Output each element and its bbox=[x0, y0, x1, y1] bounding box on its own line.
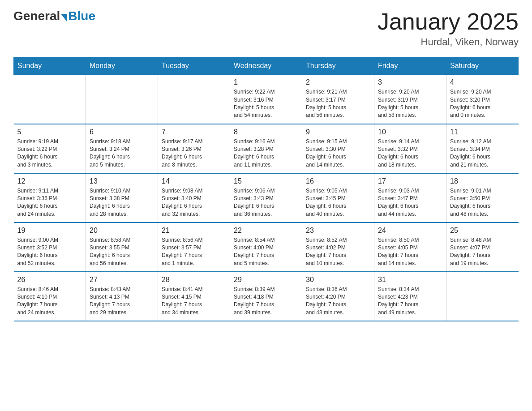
logo-general-text: General bbox=[13, 9, 60, 23]
day-info: Sunrise: 9:20 AM Sunset: 3:20 PM Dayligh… bbox=[450, 88, 515, 120]
calendar-header: SundayMondayTuesdayWednesdayThursdayFrid… bbox=[14, 57, 519, 75]
calendar-cell: 15Sunrise: 9:06 AM Sunset: 3:43 PM Dayli… bbox=[230, 173, 302, 223]
weekday-header-wednesday: Wednesday bbox=[230, 57, 302, 75]
day-info: Sunrise: 8:52 AM Sunset: 4:02 PM Dayligh… bbox=[306, 236, 370, 268]
day-number: 25 bbox=[450, 227, 515, 235]
calendar-cell: 31Sunrise: 8:34 AM Sunset: 4:23 PM Dayli… bbox=[374, 272, 446, 321]
calendar-cell bbox=[86, 75, 158, 124]
day-number: 20 bbox=[90, 227, 154, 235]
title-block: January 2025 Hurdal, Viken, Norway bbox=[378, 9, 519, 48]
day-info: Sunrise: 9:03 AM Sunset: 3:47 PM Dayligh… bbox=[378, 187, 442, 218]
day-number: 24 bbox=[378, 227, 442, 235]
day-info: Sunrise: 9:10 AM Sunset: 3:38 PM Dayligh… bbox=[90, 187, 154, 218]
day-number: 23 bbox=[306, 227, 370, 235]
logo: General Blue bbox=[13, 9, 95, 23]
weekday-header-thursday: Thursday bbox=[302, 57, 374, 75]
calendar-cell: 16Sunrise: 9:05 AM Sunset: 3:45 PM Dayli… bbox=[302, 173, 374, 223]
calendar-body: 1Sunrise: 9:22 AM Sunset: 3:16 PM Daylig… bbox=[14, 75, 519, 321]
day-info: Sunrise: 8:58 AM Sunset: 3:55 PM Dayligh… bbox=[90, 236, 154, 268]
day-info: Sunrise: 9:06 AM Sunset: 3:43 PM Dayligh… bbox=[234, 187, 298, 218]
day-info: Sunrise: 9:08 AM Sunset: 3:40 PM Dayligh… bbox=[162, 187, 226, 218]
day-number: 10 bbox=[378, 128, 442, 136]
day-number: 5 bbox=[17, 128, 82, 136]
day-number: 13 bbox=[90, 177, 154, 185]
day-info: Sunrise: 9:05 AM Sunset: 3:45 PM Dayligh… bbox=[306, 187, 370, 218]
day-number: 1 bbox=[234, 78, 298, 86]
weekday-header-saturday: Saturday bbox=[446, 57, 519, 75]
calendar-cell: 27Sunrise: 8:43 AM Sunset: 4:13 PM Dayli… bbox=[86, 272, 158, 321]
calendar-cell: 5Sunrise: 9:19 AM Sunset: 3:22 PM Daylig… bbox=[14, 124, 86, 173]
day-number: 31 bbox=[378, 276, 442, 284]
page-header: General Blue January 2025 Hurdal, Viken,… bbox=[13, 9, 519, 48]
day-info: Sunrise: 8:34 AM Sunset: 4:23 PM Dayligh… bbox=[378, 286, 442, 317]
calendar-cell: 6Sunrise: 9:18 AM Sunset: 3:24 PM Daylig… bbox=[86, 124, 158, 173]
day-info: Sunrise: 9:21 AM Sunset: 3:17 PM Dayligh… bbox=[306, 88, 370, 120]
calendar-cell: 24Sunrise: 8:50 AM Sunset: 4:05 PM Dayli… bbox=[374, 223, 446, 272]
calendar-cell: 7Sunrise: 9:17 AM Sunset: 3:26 PM Daylig… bbox=[158, 124, 230, 173]
calendar-cell: 18Sunrise: 9:01 AM Sunset: 3:50 PM Dayli… bbox=[446, 173, 519, 223]
day-info: Sunrise: 9:01 AM Sunset: 3:50 PM Dayligh… bbox=[450, 187, 515, 218]
day-number: 8 bbox=[234, 128, 298, 136]
day-number: 4 bbox=[450, 78, 515, 86]
calendar-week-4: 26Sunrise: 8:46 AM Sunset: 4:10 PM Dayli… bbox=[14, 272, 519, 321]
day-number: 19 bbox=[17, 227, 82, 235]
day-info: Sunrise: 8:54 AM Sunset: 4:00 PM Dayligh… bbox=[234, 236, 298, 268]
calendar-cell: 14Sunrise: 9:08 AM Sunset: 3:40 PM Dayli… bbox=[158, 173, 230, 223]
day-number: 27 bbox=[90, 276, 154, 284]
weekday-header-row: SundayMondayTuesdayWednesdayThursdayFrid… bbox=[14, 57, 519, 75]
calendar-cell: 23Sunrise: 8:52 AM Sunset: 4:02 PM Dayli… bbox=[302, 223, 374, 272]
calendar-cell: 10Sunrise: 9:14 AM Sunset: 3:32 PM Dayli… bbox=[374, 124, 446, 173]
calendar-cell: 4Sunrise: 9:20 AM Sunset: 3:20 PM Daylig… bbox=[446, 75, 519, 124]
day-number: 3 bbox=[378, 78, 442, 86]
weekday-header-sunday: Sunday bbox=[14, 57, 86, 75]
calendar-cell: 11Sunrise: 9:12 AM Sunset: 3:34 PM Dayli… bbox=[446, 124, 519, 173]
day-number: 15 bbox=[234, 177, 298, 185]
day-info: Sunrise: 9:19 AM Sunset: 3:22 PM Dayligh… bbox=[17, 138, 82, 169]
day-info: Sunrise: 8:43 AM Sunset: 4:13 PM Dayligh… bbox=[90, 286, 154, 317]
day-info: Sunrise: 9:20 AM Sunset: 3:19 PM Dayligh… bbox=[378, 88, 442, 120]
calendar-cell: 20Sunrise: 8:58 AM Sunset: 3:55 PM Dayli… bbox=[86, 223, 158, 272]
day-number: 6 bbox=[90, 128, 154, 136]
day-number: 9 bbox=[306, 128, 370, 136]
day-info: Sunrise: 9:12 AM Sunset: 3:34 PM Dayligh… bbox=[450, 138, 515, 169]
calendar-cell: 26Sunrise: 8:46 AM Sunset: 4:10 PM Dayli… bbox=[14, 272, 86, 321]
day-info: Sunrise: 9:11 AM Sunset: 3:36 PM Dayligh… bbox=[17, 187, 82, 218]
calendar-cell bbox=[14, 75, 86, 124]
location-text: Hurdal, Viken, Norway bbox=[378, 36, 519, 48]
calendar-table: SundayMondayTuesdayWednesdayThursdayFrid… bbox=[13, 57, 519, 321]
day-info: Sunrise: 9:00 AM Sunset: 3:52 PM Dayligh… bbox=[17, 236, 82, 268]
day-number: 17 bbox=[378, 177, 442, 185]
weekday-header-friday: Friday bbox=[374, 57, 446, 75]
day-info: Sunrise: 8:56 AM Sunset: 3:57 PM Dayligh… bbox=[162, 236, 226, 268]
day-info: Sunrise: 8:41 AM Sunset: 4:15 PM Dayligh… bbox=[162, 286, 226, 317]
day-number: 21 bbox=[162, 227, 226, 235]
day-info: Sunrise: 9:17 AM Sunset: 3:26 PM Dayligh… bbox=[162, 138, 226, 169]
weekday-header-monday: Monday bbox=[86, 57, 158, 75]
day-number: 22 bbox=[234, 227, 298, 235]
calendar-cell bbox=[446, 272, 519, 321]
day-info: Sunrise: 8:50 AM Sunset: 4:05 PM Dayligh… bbox=[378, 236, 442, 268]
day-number: 14 bbox=[162, 177, 226, 185]
calendar-cell: 25Sunrise: 8:48 AM Sunset: 4:07 PM Dayli… bbox=[446, 223, 519, 272]
calendar-cell: 29Sunrise: 8:39 AM Sunset: 4:18 PM Dayli… bbox=[230, 272, 302, 321]
day-info: Sunrise: 9:15 AM Sunset: 3:30 PM Dayligh… bbox=[306, 138, 370, 169]
day-number: 2 bbox=[306, 78, 370, 86]
calendar-cell: 22Sunrise: 8:54 AM Sunset: 4:00 PM Dayli… bbox=[230, 223, 302, 272]
logo-arrow-icon bbox=[61, 14, 67, 22]
day-info: Sunrise: 9:22 AM Sunset: 3:16 PM Dayligh… bbox=[234, 88, 298, 120]
day-info: Sunrise: 9:14 AM Sunset: 3:32 PM Dayligh… bbox=[378, 138, 442, 169]
day-number: 12 bbox=[17, 177, 82, 185]
day-number: 18 bbox=[450, 177, 515, 185]
day-info: Sunrise: 8:48 AM Sunset: 4:07 PM Dayligh… bbox=[450, 236, 515, 268]
calendar-week-3: 19Sunrise: 9:00 AM Sunset: 3:52 PM Dayli… bbox=[14, 223, 519, 272]
month-title: January 2025 bbox=[378, 9, 519, 34]
day-number: 16 bbox=[306, 177, 370, 185]
calendar-cell: 2Sunrise: 9:21 AM Sunset: 3:17 PM Daylig… bbox=[302, 75, 374, 124]
calendar-cell: 13Sunrise: 9:10 AM Sunset: 3:38 PM Dayli… bbox=[86, 173, 158, 223]
day-number: 26 bbox=[17, 276, 82, 284]
day-info: Sunrise: 9:16 AM Sunset: 3:28 PM Dayligh… bbox=[234, 138, 298, 169]
day-number: 11 bbox=[450, 128, 515, 136]
calendar-cell: 17Sunrise: 9:03 AM Sunset: 3:47 PM Dayli… bbox=[374, 173, 446, 223]
calendar-cell: 12Sunrise: 9:11 AM Sunset: 3:36 PM Dayli… bbox=[14, 173, 86, 223]
calendar-cell: 21Sunrise: 8:56 AM Sunset: 3:57 PM Dayli… bbox=[158, 223, 230, 272]
